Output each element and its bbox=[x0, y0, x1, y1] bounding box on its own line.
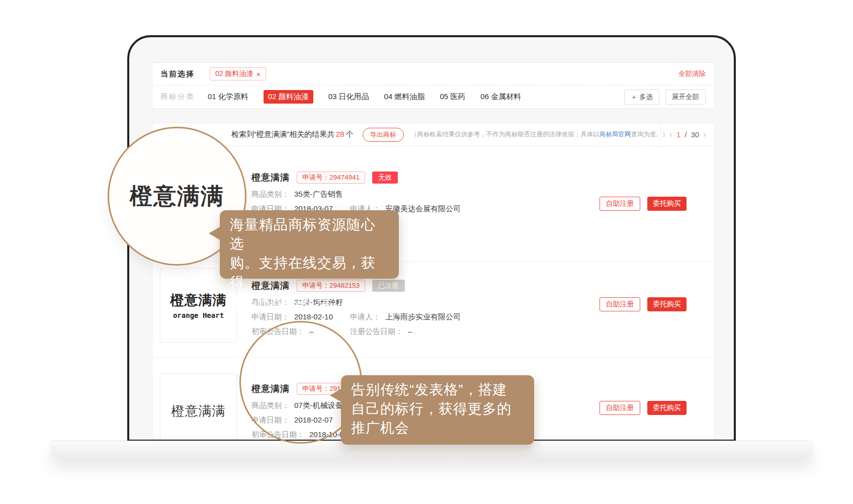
disclaimer-text-pre: （商标检索结果仅供参考，不作为商标能否注册的法律依据；具体以 bbox=[411, 131, 600, 138]
page-separator: / bbox=[685, 130, 687, 139]
category-item-04[interactable]: 04 燃料油脂 bbox=[384, 92, 425, 102]
results-disclaimer: （商标检索结果仅供参考，不作为商标能否注册的法律依据；具体以商标局官网查询为准。… bbox=[411, 130, 669, 139]
pagination: ‹ 1 / 30 › bbox=[660, 123, 715, 146]
current-selection-label: 当前选择 bbox=[160, 69, 195, 79]
results-summary: 检索到“橙意满满”相关的结果共28个 bbox=[231, 130, 354, 139]
entrust-buy-button[interactable]: 委托购买 bbox=[647, 401, 687, 415]
self-register-button[interactable]: 自助注册 bbox=[600, 401, 640, 415]
results-header: 检索到“橙意满满”相关的结果共28个 导出商标 （商标检索结果仅供参考，不作为商… bbox=[152, 123, 715, 146]
multi-select-button[interactable]: ＋ 多选 bbox=[624, 90, 659, 105]
callout-line: 告别传统“发表格”，搭建 bbox=[351, 380, 524, 399]
reg-pub-value: – bbox=[408, 326, 412, 337]
total-pages: 30 bbox=[691, 130, 699, 139]
trademark-image-2: 橙意满满 orange Heart bbox=[160, 268, 237, 343]
results-summary-unit: 个 bbox=[346, 130, 354, 138]
expand-all-button[interactable]: 展开全部 bbox=[665, 90, 706, 105]
results-summary-text: 检索到“橙意满满”相关的结果共 bbox=[231, 130, 334, 138]
next-page-icon[interactable]: › bbox=[703, 129, 706, 140]
application-number-value: 29474941 bbox=[329, 174, 360, 181]
current-selection-row: 当前选择 02 颜料油漆 × 全部清除 bbox=[152, 63, 715, 86]
callout-line: 更多的交易机会 bbox=[230, 292, 389, 311]
apply-date-value: 2018-02-10 bbox=[294, 311, 333, 322]
callout-line: 海量精品商标资源随心选 bbox=[230, 215, 389, 254]
entrust-buy-button[interactable]: 委托购买 bbox=[647, 297, 687, 311]
category-item-06[interactable]: 06 金属材料 bbox=[480, 92, 521, 102]
page: 当前选择 02 颜料油漆 × 全部清除 商标分类 01 化学原料 02 颜料油漆… bbox=[0, 0, 853, 504]
row-actions-1: 自助注册 委托购买 bbox=[600, 197, 687, 211]
export-trademarks-button[interactable]: 导出商标 bbox=[363, 128, 404, 142]
category-label: 商品类别： bbox=[251, 189, 289, 199]
category-item-05[interactable]: 05 医药 bbox=[440, 92, 465, 102]
callout-line: 自己的标行，获得更多的 bbox=[351, 399, 524, 418]
selected-filter-tag[interactable]: 02 颜料油漆 × bbox=[210, 67, 266, 80]
clear-all-button[interactable]: 全部清除 bbox=[678, 69, 706, 78]
results-count: 28 bbox=[336, 130, 345, 138]
magnified-trademark-text: 橙意满满 bbox=[130, 181, 224, 211]
applicant-value: 上海雨步实业有限公司 bbox=[385, 311, 461, 322]
callout-line: 购。支持在线交易，获得 bbox=[230, 254, 389, 292]
filter-card: 当前选择 02 颜料油漆 × 全部清除 商标分类 01 化学原料 02 颜料油漆… bbox=[152, 62, 715, 109]
current-page: 1 bbox=[676, 130, 680, 139]
callout-bubble-marketplace: 海量精品商标资源随心选 购。支持在线交易，获得 更多的交易机会 bbox=[220, 210, 399, 279]
trademark-image-2-text: 橙意满满 bbox=[170, 291, 227, 309]
category-row: 商标分类 01 化学原料 02 颜料油漆 03 日化用品 04 燃料油脂 05 … bbox=[152, 86, 715, 108]
category-item-02-active[interactable]: 02 颜料油漆 bbox=[264, 90, 313, 104]
trademark-name[interactable]: 橙意满满 bbox=[251, 172, 290, 184]
category-item-03[interactable]: 03 日化用品 bbox=[328, 92, 369, 102]
self-register-button[interactable]: 自助注册 bbox=[600, 297, 640, 311]
status-badge: 无效 bbox=[372, 172, 398, 184]
row-actions-3: 自助注册 委托购买 bbox=[600, 401, 687, 415]
callout-line: 推广机会 bbox=[351, 418, 524, 438]
application-number-label: 申请号： bbox=[302, 174, 329, 181]
category-value: 35类-广告销售 bbox=[294, 189, 343, 199]
callout-bubble-promotion: 告别传统“发表格”，搭建 自己的标行，获得更多的 推广机会 bbox=[341, 375, 534, 445]
category-item-01[interactable]: 01 化学原料 bbox=[208, 92, 248, 102]
applicant-label: 申请人： bbox=[350, 311, 380, 322]
entrust-buy-button[interactable]: 委托购买 bbox=[647, 197, 687, 211]
selected-filter-tag-label: 02 颜料油漆 bbox=[215, 69, 253, 78]
trademark-image-2-subtext: orange Heart bbox=[173, 311, 224, 319]
category-row-label: 商标分类 bbox=[160, 92, 195, 102]
application-number-tag: 申请号：29474941 bbox=[297, 172, 365, 184]
remove-tag-icon[interactable]: × bbox=[256, 70, 261, 78]
trademark-image-3: 橙意满满 bbox=[160, 374, 237, 442]
row-actions-2: 自助注册 委托购买 bbox=[600, 297, 687, 311]
prev-page-icon[interactable]: ‹ bbox=[669, 129, 672, 140]
self-register-button[interactable]: 自助注册 bbox=[600, 197, 640, 211]
apply-date-label: 申请日期： bbox=[251, 311, 289, 322]
reg-pub-label: 注册公告日期： bbox=[350, 326, 403, 337]
trademark-image-3-text: 橙意满满 bbox=[172, 402, 226, 420]
trademark-office-link[interactable]: 商标局官网 bbox=[600, 131, 631, 138]
